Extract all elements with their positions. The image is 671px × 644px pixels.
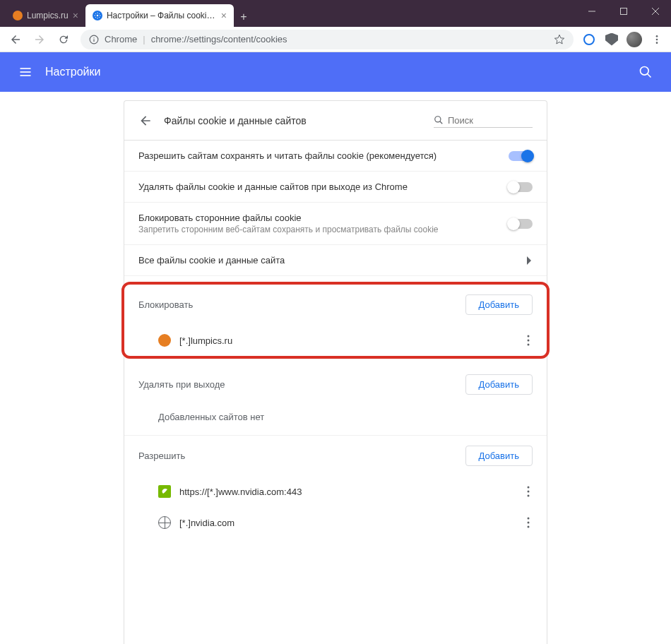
toggle-block-thirdparty[interactable] xyxy=(509,219,533,229)
search-field[interactable] xyxy=(434,114,533,128)
svg-point-18 xyxy=(528,335,530,338)
settings-header: Настройки xyxy=(0,52,671,92)
chrome-info-icon xyxy=(89,35,99,44)
svg-point-23 xyxy=(528,495,530,497)
close-icon[interactable]: × xyxy=(221,10,227,21)
chevron-right-icon xyxy=(527,256,533,265)
tab-title: Lumpics.ru xyxy=(27,11,69,20)
clear-section-title: Удалять при выходе xyxy=(138,379,465,390)
svg-point-25 xyxy=(528,522,530,524)
more-icon[interactable] xyxy=(524,483,533,500)
profile-avatar[interactable] xyxy=(624,30,644,49)
tab-favicon xyxy=(13,11,23,20)
block-section-header: Блокировать Добавить xyxy=(124,285,547,325)
block-site-row: [*.]lumpics.ru xyxy=(124,325,547,356)
tab-favicon xyxy=(93,11,102,20)
settings-card: Файлы cookie и данные сайтов Разрешить с… xyxy=(124,100,547,644)
new-tab-button[interactable]: + xyxy=(234,7,254,27)
tab-title: Настройки – Файлы cookie и да xyxy=(107,11,217,20)
svg-point-14 xyxy=(641,67,649,76)
all-cookies-link[interactable]: Все файлы cookie и данные сайта xyxy=(124,245,547,276)
add-block-button[interactable]: Добавить xyxy=(465,294,533,315)
svg-point-20 xyxy=(528,344,530,346)
svg-point-9 xyxy=(656,38,658,40)
add-allow-button[interactable]: Добавить xyxy=(465,446,533,466)
toggle-allow-cookies[interactable] xyxy=(509,151,533,161)
address-bar: Chrome | chrome://settings/content/cooki… xyxy=(0,27,671,52)
close-window-button[interactable] xyxy=(639,0,671,23)
card-header: Файлы cookie и данные сайтов xyxy=(124,101,547,141)
search-icon xyxy=(434,115,444,125)
allow-site-row: [*.]nvidia.com xyxy=(124,507,547,538)
forward-button[interactable] xyxy=(28,28,51,51)
svg-point-21 xyxy=(528,487,530,489)
allow-section: Разрешить Добавить https://[*.]www.nvidi… xyxy=(124,436,547,538)
nvidia-icon xyxy=(158,485,171,498)
minimize-button[interactable] xyxy=(576,0,607,23)
svg-point-19 xyxy=(528,340,530,342)
maximize-button[interactable] xyxy=(607,0,639,23)
content-area: Файлы cookie и данные сайтов Разрешить с… xyxy=(0,92,671,644)
menu-icon[interactable] xyxy=(647,30,667,49)
reload-button[interactable] xyxy=(52,28,75,51)
site-favicon xyxy=(158,334,171,347)
svg-line-15 xyxy=(648,74,651,78)
window-controls xyxy=(576,0,671,27)
svg-point-8 xyxy=(656,35,658,37)
omnibox-url: chrome://settings/content/cookies xyxy=(151,34,287,44)
extension-shield-icon[interactable] xyxy=(602,30,622,49)
svg-point-10 xyxy=(656,42,658,44)
site-url: [*.]nvidia.com xyxy=(179,518,516,528)
tab-lumpics[interactable]: Lumpics.ru × xyxy=(6,4,85,27)
omnibox[interactable]: Chrome | chrome://settings/content/cooki… xyxy=(81,30,574,49)
clear-on-exit-section: Удалять при выходе Добавить Добавленных … xyxy=(124,364,547,436)
more-icon[interactable] xyxy=(524,332,533,349)
tab-settings[interactable]: Настройки – Файлы cookie и да × xyxy=(85,4,234,27)
svg-point-22 xyxy=(528,491,530,493)
allow-site-row: https://[*.]www.nvidia.com:443 xyxy=(124,476,547,507)
page-title: Файлы cookie и данные сайтов xyxy=(164,115,422,126)
globe-icon xyxy=(158,516,171,529)
svg-line-17 xyxy=(440,121,443,124)
extension-globe-icon[interactable] xyxy=(579,30,599,49)
toggle-clear-on-exit[interactable] xyxy=(509,182,533,192)
tab-strip: Lumpics.ru × Настройки – Файлы cookie и … xyxy=(0,0,576,27)
close-icon[interactable]: × xyxy=(73,10,78,21)
back-button[interactable] xyxy=(4,28,27,51)
allow-section-title: Разрешить xyxy=(138,451,465,461)
svg-rect-2 xyxy=(620,8,627,15)
setting-block-thirdparty: Блокировать сторонние файлы cookie Запре… xyxy=(124,203,547,245)
window-titlebar: Lumpics.ru × Настройки – Файлы cookie и … xyxy=(0,0,671,27)
svg-point-16 xyxy=(435,117,441,122)
svg-point-0 xyxy=(97,15,99,17)
clear-empty-text: Добавленных сайтов нет xyxy=(124,405,547,435)
back-arrow-icon[interactable] xyxy=(138,114,153,128)
block-section-title: Блокировать xyxy=(138,299,465,310)
hamburger-menu-icon[interactable] xyxy=(11,58,40,86)
star-icon[interactable] xyxy=(554,34,565,45)
block-section-highlight: Блокировать Добавить [*.]lumpics.ru xyxy=(121,282,550,359)
search-icon[interactable] xyxy=(631,58,660,86)
settings-header-title: Настройки xyxy=(45,66,631,78)
search-input[interactable] xyxy=(448,115,533,126)
setting-allow-cookies: Разрешить сайтам сохранять и читать файл… xyxy=(124,141,547,172)
site-url: https://[*.]www.nvidia.com:443 xyxy=(179,487,516,497)
site-url: [*.]lumpics.ru xyxy=(179,335,516,346)
more-icon[interactable] xyxy=(524,514,533,531)
svg-point-6 xyxy=(93,37,94,38)
add-clear-button[interactable]: Добавить xyxy=(465,374,533,395)
svg-point-26 xyxy=(528,526,530,528)
svg-point-24 xyxy=(528,518,530,520)
omnibox-origin: Chrome xyxy=(105,34,137,44)
setting-clear-on-exit: Удалять файлы cookie и данные сайтов при… xyxy=(124,172,547,203)
